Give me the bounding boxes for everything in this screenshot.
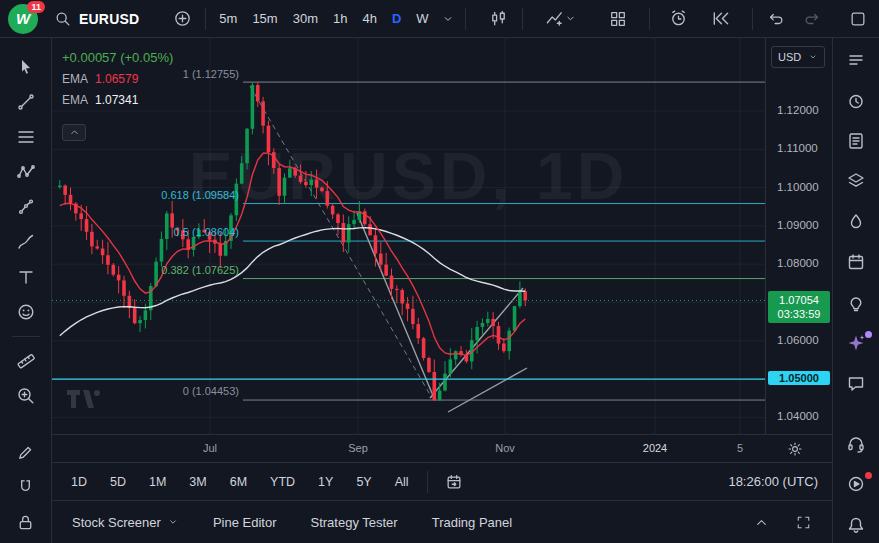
panel-controls xyxy=(748,509,816,535)
chevron-down-icon xyxy=(167,516,179,528)
timeframe-4h[interactable]: 4h xyxy=(359,9,379,28)
zoom-in-icon xyxy=(16,386,36,406)
calendar-icon xyxy=(846,252,866,272)
chevron-down-icon[interactable] xyxy=(441,12,455,26)
currency-selector[interactable]: USD xyxy=(771,46,825,68)
range-ytd[interactable]: YTD xyxy=(265,472,300,492)
indicator-value: 1.07341 xyxy=(95,93,138,107)
measure-tool-button[interactable] xyxy=(12,350,40,372)
news-icon xyxy=(846,131,866,151)
go-to-date-button[interactable] xyxy=(441,469,467,495)
tab-pine-editor[interactable]: Pine Editor xyxy=(213,515,277,530)
range-1d[interactable]: 1D xyxy=(66,472,92,492)
chart-legend: +0.00057 (+0.05%) EMA1.06579 EMA1.07341 xyxy=(62,50,173,107)
time-tick: Nov xyxy=(495,442,515,454)
indicator-label[interactable]: EMA xyxy=(62,72,88,86)
timeframe-1d[interactable]: D xyxy=(389,9,404,28)
indicators-button[interactable] xyxy=(541,6,581,32)
timeframe-1w[interactable]: W xyxy=(413,9,431,28)
candlestick-icon xyxy=(489,9,508,28)
ai-assistant-button[interactable] xyxy=(842,333,870,353)
fib-level-label: 0.382 (1.07625) xyxy=(161,264,239,276)
redo-button[interactable] xyxy=(799,6,825,32)
pattern-tool-button[interactable] xyxy=(12,161,40,183)
text-tool-button[interactable] xyxy=(12,266,40,288)
streams-notification-dot xyxy=(865,472,872,479)
range-5y[interactable]: 5Y xyxy=(351,472,376,492)
pencil-icon xyxy=(16,443,35,462)
news-button[interactable] xyxy=(842,131,870,151)
indicators-icon xyxy=(545,9,564,28)
bar-replay-button[interactable] xyxy=(708,6,734,32)
fib-level-label: 0 (1.04453) xyxy=(183,385,239,397)
chart-style-button[interactable] xyxy=(486,6,512,32)
timeframe-15m[interactable]: 15m xyxy=(249,9,280,28)
range-1y[interactable]: 1Y xyxy=(313,472,338,492)
timeframe-5m[interactable]: 5m xyxy=(216,9,240,28)
range-6m[interactable]: 6M xyxy=(225,472,252,492)
tab-strategy-tester[interactable]: Strategy Tester xyxy=(310,515,397,530)
range-1m[interactable]: 1M xyxy=(144,472,171,492)
emoji-tool-button[interactable] xyxy=(12,301,40,323)
hotlists-button[interactable] xyxy=(842,212,870,232)
maximize-panel-button[interactable] xyxy=(790,509,816,535)
window-layout-button[interactable] xyxy=(845,6,871,32)
brush-icon xyxy=(16,232,36,252)
tab-stock-screener[interactable]: Stock Screener xyxy=(72,515,179,530)
timeframe-30m[interactable]: 30m xyxy=(290,9,321,28)
compare-add-symbol-button[interactable] xyxy=(169,6,195,32)
create-alert-button[interactable] xyxy=(666,6,692,32)
bell-icon xyxy=(846,515,866,535)
alert-clock-icon xyxy=(669,9,688,28)
range-5d[interactable]: 5D xyxy=(105,472,131,492)
trendline-tool-button[interactable] xyxy=(12,91,40,113)
range-all[interactable]: All xyxy=(390,472,414,492)
drawing-mode-button[interactable] xyxy=(12,441,40,463)
price-change: +0.00057 (+0.05%) xyxy=(62,50,173,65)
brush-tool-button[interactable] xyxy=(12,231,40,253)
trendline-icon xyxy=(16,92,36,112)
play-circle-icon xyxy=(846,474,866,494)
forecast-tool-button[interactable] xyxy=(12,196,40,218)
time-axis[interactable]: Jul Sep Nov 2024 5 xyxy=(52,434,832,462)
notifications-button[interactable] xyxy=(842,515,870,535)
timeframe-group: 5m 15m 30m 1h 4h D W xyxy=(216,9,454,28)
server-clock[interactable]: 18:26:00 (UTC) xyxy=(728,474,818,489)
watchlist-button[interactable] xyxy=(842,50,870,70)
alerts-button[interactable] xyxy=(842,90,870,110)
cursor-tool-button[interactable] xyxy=(12,56,40,78)
zoom-tool-button[interactable] xyxy=(12,385,40,407)
calendar-button[interactable] xyxy=(842,252,870,272)
alarm-clock-icon xyxy=(846,91,866,111)
tab-trading-panel[interactable]: Trading Panel xyxy=(432,515,512,530)
fib-level-label: 1 (1.12755) xyxy=(183,68,239,80)
streams-button[interactable] xyxy=(842,474,870,494)
fib-tool-button[interactable] xyxy=(12,126,40,148)
indicator-label[interactable]: EMA xyxy=(62,93,88,107)
level-price-badge: 1.05000 xyxy=(768,371,830,385)
last-price: 1.07054 xyxy=(768,293,830,307)
price-axis[interactable]: USD 1.12000 1.11000 1.10000 1.09000 1.08… xyxy=(765,38,832,434)
chevron-down-icon xyxy=(808,52,818,62)
chat-button[interactable] xyxy=(842,373,870,393)
lock-drawings-button[interactable] xyxy=(12,511,40,533)
axis-settings-button[interactable] xyxy=(785,439,805,459)
expand-panel-button[interactable] xyxy=(748,509,774,535)
symbol-search-button[interactable]: EURUSD xyxy=(48,7,145,31)
search-icon xyxy=(54,10,72,28)
chart-canvas[interactable]: EURUSD, 1D 1 (1.12755) 0.618 (1.09584) 0… xyxy=(52,38,765,434)
chart-region: EURUSD, 1D 1 (1.12755) 0.618 (1.09584) 0… xyxy=(52,38,832,434)
ideas-button[interactable] xyxy=(842,293,870,313)
undo-button[interactable] xyxy=(763,6,789,32)
legend-collapse-button[interactable] xyxy=(62,124,86,141)
layout-grid-button[interactable] xyxy=(605,6,631,32)
object-tree-button[interactable] xyxy=(842,171,870,191)
range-3m[interactable]: 3M xyxy=(184,472,211,492)
logo[interactable]: W 11 xyxy=(8,4,38,34)
support-button[interactable] xyxy=(842,434,870,454)
drawing-tools-rail xyxy=(0,38,52,543)
timeframe-1h[interactable]: 1h xyxy=(330,9,350,28)
maximize-icon xyxy=(796,515,811,530)
magnet-mode-button[interactable] xyxy=(12,476,40,498)
chart-column: EURUSD, 1D 1 (1.12755) 0.618 (1.09584) 0… xyxy=(52,38,832,543)
